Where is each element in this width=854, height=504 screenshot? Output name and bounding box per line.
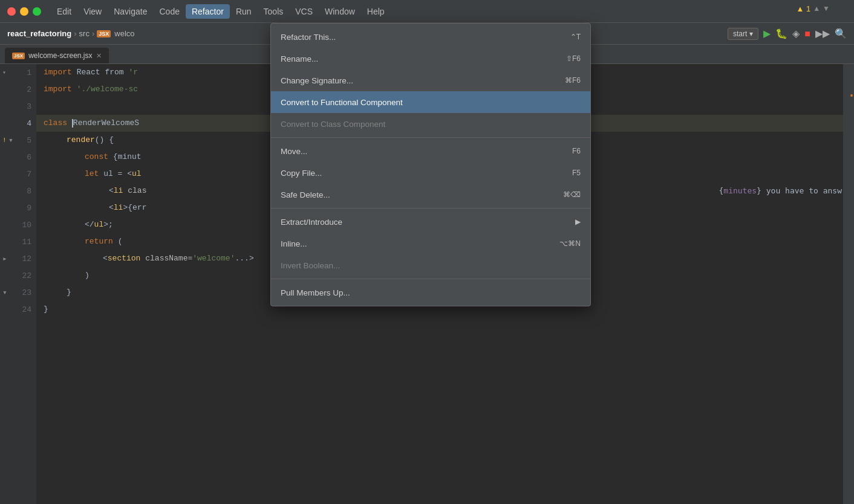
run-icon[interactable]: ▶ bbox=[763, 28, 771, 39]
menu-rename[interactable]: Rename... ⇧F6 bbox=[271, 48, 590, 69]
menu-convert-class: Convert to Class Component bbox=[271, 113, 590, 135]
menu-inline-shortcut: ⌥⌘N bbox=[559, 239, 581, 248]
fold-icon-5[interactable]: ▾ bbox=[8, 135, 13, 145]
menu-divider-2 bbox=[271, 208, 590, 208]
run-config-selector[interactable]: start ▾ bbox=[728, 28, 758, 40]
menu-invert-boolean: Invert Boolean... bbox=[271, 254, 590, 276]
close-button[interactable] bbox=[7, 7, 16, 16]
line-11: 11 bbox=[0, 233, 36, 250]
menu-move[interactable]: Move... F6 bbox=[271, 140, 590, 162]
traffic-lights bbox=[7, 7, 41, 16]
search-icon[interactable]: 🔍 bbox=[835, 28, 847, 39]
line-7: 7 bbox=[0, 166, 36, 183]
menu-divider-3 bbox=[271, 279, 590, 279]
fold-icon-12[interactable]: ▸ bbox=[2, 254, 7, 263]
menu-safe-delete-label: Safe Delete... bbox=[281, 190, 563, 199]
menu-safe-delete-shortcut: ⌘⌫ bbox=[563, 190, 581, 199]
menu-copy-file[interactable]: Copy File... F5 bbox=[271, 162, 590, 184]
refactor-dropdown-menu: Refactor This... ⌃T Rename... ⇧F6 Change… bbox=[270, 23, 591, 306]
line-9: 9 bbox=[0, 199, 36, 216]
warning-next[interactable]: ▼ bbox=[823, 4, 830, 13]
line-5: ! ▾ 5 bbox=[0, 132, 36, 149]
menu-convert-class-label: Convert to Class Component bbox=[281, 120, 581, 129]
menubar: Edit View Navigate Code Refactor Run Too… bbox=[0, 0, 854, 23]
menu-code[interactable]: Code bbox=[153, 4, 185, 19]
stop-icon[interactable]: ■ bbox=[804, 28, 810, 39]
jsx-badge: JSX bbox=[97, 30, 111, 37]
line-10: 10 bbox=[0, 216, 36, 233]
menu-extract-introduce-label: Extract/Introduce bbox=[281, 218, 570, 227]
menu-divider-1 bbox=[271, 137, 590, 138]
menu-window[interactable]: Window bbox=[319, 4, 361, 19]
line-12: ▸ 12 bbox=[0, 250, 36, 267]
submenu-arrow: ▶ bbox=[575, 218, 581, 226]
menu-edit[interactable]: Edit bbox=[51, 4, 77, 19]
menu-move-label: Move... bbox=[281, 147, 572, 156]
menu-pull-members-up-label: Pull Members Up... bbox=[281, 288, 581, 297]
line-6: 6 bbox=[0, 149, 36, 166]
fold-icon-23[interactable]: ▾ bbox=[2, 288, 7, 297]
menu-help[interactable]: Help bbox=[361, 4, 391, 19]
breadcrumb-file[interactable]: JSX welco bbox=[97, 29, 134, 38]
line-number-gutter: ▾ 1 2 3 4 ! ▾ 5 6 7 8 9 10 11 ▸ 12 22 bbox=[0, 64, 36, 504]
menu-refactor-this[interactable]: Refactor This... ⌃T bbox=[271, 26, 590, 48]
warning-prev[interactable]: ▲ bbox=[813, 4, 820, 13]
menu-run[interactable]: Run bbox=[230, 4, 258, 19]
breadcrumb-project[interactable]: react_refactoring bbox=[7, 29, 71, 38]
inline-hint: {minutes} you have to answ bbox=[719, 183, 842, 199]
menu-refactor-this-label: Refactor This... bbox=[281, 33, 570, 42]
menu-vcs[interactable]: VCS bbox=[289, 4, 319, 19]
line-1: ▾ 1 bbox=[0, 64, 36, 81]
rerun-icon[interactable]: ▶▶ bbox=[815, 28, 830, 39]
debug-icon[interactable]: 🐛 bbox=[775, 28, 787, 39]
menu-rename-shortcut: ⇧F6 bbox=[566, 54, 581, 63]
toolbar-right: start ▾ ▶ 🐛 ◈ ■ ▶▶ 🔍 ▲ 1 ▲ ▼ bbox=[728, 28, 847, 40]
menu-safe-delete[interactable]: Safe Delete... ⌘⌫ bbox=[271, 184, 590, 205]
line-3: 3 bbox=[0, 98, 36, 115]
menu-pull-members-up[interactable]: Pull Members Up... bbox=[271, 282, 590, 303]
warning-bar: ▲ 1 ▲ ▼ bbox=[797, 0, 835, 17]
menu-change-signature[interactable]: Change Signature... ⌘F6 bbox=[271, 69, 590, 91]
run-config-arrow: ▾ bbox=[749, 30, 753, 38]
coverage-icon[interactable]: ◈ bbox=[792, 28, 800, 39]
menu-tools[interactable]: Tools bbox=[258, 4, 290, 19]
menu-extract-introduce[interactable]: Extract/Introduce ▶ bbox=[271, 211, 590, 233]
menu-refactor[interactable]: Refactor bbox=[186, 4, 230, 19]
menu-change-signature-shortcut: ⌘F6 bbox=[565, 76, 581, 85]
menu-convert-functional[interactable]: Convert to Functional Component bbox=[271, 91, 590, 113]
tab-close-button[interactable]: ✕ bbox=[96, 52, 102, 60]
menu-inline-label: Inline... bbox=[281, 239, 559, 248]
scroll-mark bbox=[850, 94, 853, 97]
line-24: 24 bbox=[0, 301, 36, 318]
warning-indicator: ▲ 1 bbox=[797, 4, 811, 13]
breadcrumb-src[interactable]: src bbox=[79, 29, 90, 38]
menu-convert-functional-label: Convert to Functional Component bbox=[281, 98, 581, 107]
menu-move-shortcut: F6 bbox=[572, 147, 581, 155]
menu-invert-boolean-label: Invert Boolean... bbox=[281, 261, 581, 270]
menu-copy-file-shortcut: F5 bbox=[572, 169, 581, 177]
line-2: 2 bbox=[0, 81, 36, 98]
tab-filename: welcome-screen.jsx bbox=[28, 51, 92, 60]
line-23: ▾ 23 bbox=[0, 284, 36, 301]
menu-navigate[interactable]: Navigate bbox=[108, 4, 153, 19]
line-4: 4 bbox=[0, 115, 36, 132]
menu-rename-label: Rename... bbox=[281, 54, 566, 63]
run-config-label: start bbox=[733, 30, 747, 38]
menu-change-signature-label: Change Signature... bbox=[281, 76, 565, 85]
menu-refactor-this-shortcut: ⌃T bbox=[570, 33, 581, 41]
maximize-button[interactable] bbox=[33, 7, 41, 16]
tab-welcome-screen[interactable]: JSX welcome-screen.jsx ✕ bbox=[5, 48, 109, 63]
menu-copy-file-label: Copy File... bbox=[281, 169, 572, 178]
fold-icon-1[interactable]: ▾ bbox=[2, 69, 6, 76]
breadcrumb-sep-1: › bbox=[74, 29, 76, 38]
line-22: 22 bbox=[0, 267, 36, 284]
menu-view[interactable]: View bbox=[77, 4, 108, 19]
right-scrollbar[interactable] bbox=[843, 64, 854, 504]
breadcrumb-sep-2: › bbox=[92, 29, 94, 38]
warning-gutter-icon: ! bbox=[2, 137, 7, 144]
tab-jsx-badge: JSX bbox=[12, 53, 25, 59]
minimize-button[interactable] bbox=[20, 7, 28, 16]
menu-inline[interactable]: Inline... ⌥⌘N bbox=[271, 233, 590, 254]
line-8: 8 bbox=[0, 183, 36, 199]
